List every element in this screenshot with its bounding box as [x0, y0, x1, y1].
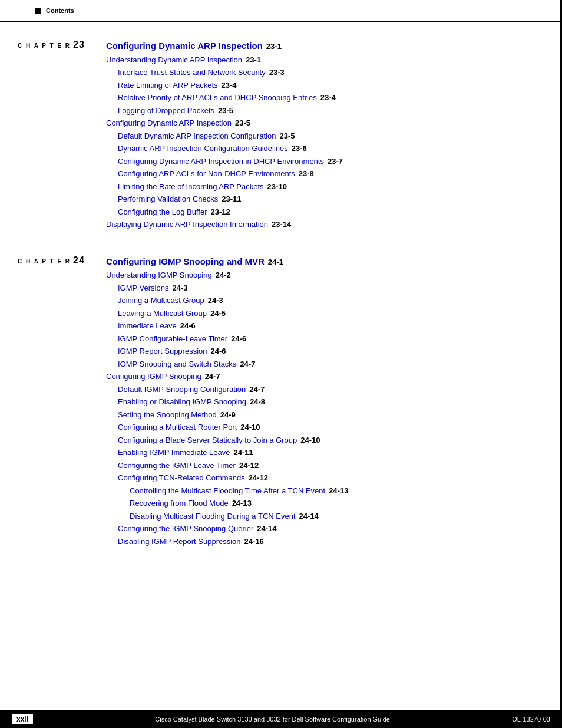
toc-link[interactable]: Configuring the IGMP Leave Timer — [118, 460, 236, 472]
toc-link[interactable]: Limiting the Rate of Incoming ARP Packet… — [118, 181, 264, 193]
toc-item: Configuring TCN-Related Commands24-12 — [106, 472, 527, 484]
toc-link[interactable]: Configuring the IGMP Snooping Querier — [118, 523, 253, 535]
chapter-24-title-link[interactable]: Configuring IGMP Snooping and MVR — [106, 255, 265, 269]
toc-link[interactable]: IGMP Versions — [118, 282, 168, 294]
toc-item: Configuring Dynamic ARP Inspection23-5 — [106, 117, 527, 129]
toc-item: Default Dynamic ARP Inspection Configura… — [106, 130, 527, 142]
chapter-23-content: Configuring Dynamic ARP Inspection 23-1 … — [106, 39, 562, 232]
toc-page: 23-4 — [222, 80, 237, 91]
toc-link[interactable]: Configuring the Log Buffer — [118, 206, 207, 218]
toc-page: 24-5 — [210, 308, 226, 319]
chapter-24-block: C H A P T E R 24 Configuring IGMP Snoopi… — [0, 255, 562, 549]
toc-link[interactable]: Configuring a Multicast Router Port — [118, 421, 237, 433]
toc-link[interactable]: Configuring TCN-Related Commands — [118, 472, 245, 484]
toc-link[interactable]: Configuring a Blade Server Statically to… — [118, 434, 297, 446]
toc-link[interactable]: Disabling IGMP Report Suppression — [118, 536, 241, 548]
toc-item: Configuring ARP ACLs for Non-DHCP Enviro… — [106, 168, 527, 180]
toc-page: 24-7 — [205, 371, 220, 383]
chapter-23-sidebar: C H A P T E R 23 — [0, 39, 106, 232]
chapter-24-title-item: Configuring IGMP Snooping and MVR 24-1 — [106, 255, 527, 269]
toc-page: 24-6 — [231, 333, 246, 345]
chapter-23-title-link[interactable]: Configuring Dynamic ARP Inspection — [106, 39, 263, 53]
toc-link[interactable]: Configuring Dynamic ARP Inspection — [106, 117, 232, 129]
toc-page: 24-3 — [172, 282, 187, 294]
toc-link[interactable]: Understanding IGMP Snooping — [106, 269, 212, 281]
toc-link[interactable]: Dynamic ARP Inspection Configuration Gui… — [118, 143, 288, 154]
toc-item: Understanding Dynamic ARP Inspection23-1 — [106, 54, 527, 66]
right-border — [560, 0, 562, 728]
toc-item: Enabling IGMP Immediate Leave24-11 — [106, 447, 527, 459]
toc-page: 24-12 — [239, 460, 259, 472]
toc-link[interactable]: Configuring ARP ACLs for Non-DHCP Enviro… — [118, 168, 295, 180]
toc-page: 23-5 — [280, 130, 295, 142]
header: Contents — [0, 0, 562, 22]
toc-link[interactable]: IGMP Configurable-Leave Timer — [118, 333, 227, 345]
toc-page: 23-12 — [211, 206, 230, 218]
toc-item: Disabling Multicast Flooding During a TC… — [106, 510, 527, 522]
toc-page: 23-4 — [320, 92, 336, 104]
toc-link[interactable]: Configuring IGMP Snooping — [106, 371, 201, 383]
chapter-24-items: Understanding IGMP Snooping24-2IGMP Vers… — [106, 269, 527, 547]
toc-item: Relative Priority of ARP ACLs and DHCP S… — [106, 92, 527, 104]
chapter-23-block: C H A P T E R 23 Configuring Dynamic ARP… — [0, 39, 562, 232]
toc-link[interactable]: Interface Trust States and Network Secur… — [118, 67, 266, 78]
chapter-word-24: C H A P T E R — [18, 258, 71, 265]
toc-link[interactable]: Default Dynamic ARP Inspection Configura… — [118, 130, 276, 142]
header-label: Contents — [46, 7, 74, 14]
toc-page: 24-7 — [240, 358, 255, 370]
toc-item: Configuring the IGMP Snooping Querier24-… — [106, 523, 527, 535]
toc-item: Performing Validation Checks23-11 — [106, 193, 527, 205]
toc-link[interactable]: Performing Validation Checks — [118, 193, 218, 205]
toc-link[interactable]: Disabling Multicast Flooding During a TC… — [130, 510, 296, 522]
toc-link[interactable]: Controlling the Multicast Flooding Time … — [130, 485, 325, 497]
toc-link[interactable]: Logging of Dropped Packets — [118, 105, 214, 117]
toc-link[interactable]: Enabling IGMP Immediate Leave — [118, 447, 230, 459]
toc-page: 24-16 — [244, 536, 264, 548]
toc-link[interactable]: Setting the Snooping Method — [118, 409, 217, 421]
toc-link[interactable]: Joining a Multicast Group — [118, 295, 204, 307]
toc-link[interactable]: Recovering from Flood Mode — [130, 498, 229, 509]
toc-item: Logging of Dropped Packets23-5 — [106, 105, 527, 117]
toc-item: Dynamic ARP Inspection Configuration Gui… — [106, 143, 527, 154]
toc-page: 23-5 — [218, 105, 233, 117]
toc-link[interactable]: Rate Limiting of ARP Packets — [118, 80, 218, 91]
header-icon — [35, 8, 41, 14]
toc-page: 24-8 — [250, 396, 265, 408]
toc-link[interactable]: Understanding Dynamic ARP Inspection — [106, 54, 242, 66]
footer-text: Cisco Catalyst Blade Switch 3130 and 303… — [155, 716, 390, 723]
toc-item: Configuring a Multicast Router Port24-10 — [106, 421, 527, 433]
toc-link[interactable]: IGMP Report Suppression — [118, 345, 207, 357]
toc-item: Displaying Dynamic ARP Inspection Inform… — [106, 219, 527, 230]
toc-item: Limiting the Rate of Incoming ARP Packet… — [106, 181, 527, 193]
toc-page: 23-3 — [269, 67, 285, 78]
toc-page: 24-6 — [180, 320, 196, 332]
chapter-23-label: C H A P T E R 23 — [18, 39, 100, 50]
toc-link[interactable]: Default IGMP Snooping Configuration — [118, 384, 246, 396]
toc-link[interactable]: Displaying Dynamic ARP Inspection Inform… — [106, 219, 268, 230]
chapter-24-content: Configuring IGMP Snooping and MVR 24-1 U… — [106, 255, 562, 549]
toc-page: 24-10 — [300, 434, 320, 446]
chapter-24-label: C H A P T E R 24 — [18, 255, 100, 266]
toc-page: 24-12 — [249, 472, 268, 484]
toc-link[interactable]: Leaving a Multicast Group — [118, 308, 207, 319]
chapter-num-24: 24 — [73, 255, 85, 266]
footer-page-num: xxii — [12, 714, 33, 724]
toc-link[interactable]: Immediate Leave — [118, 320, 177, 332]
toc-page: 23-7 — [328, 156, 343, 167]
chapter-word-23: C H A P T E R — [18, 42, 71, 49]
toc-link[interactable]: IGMP Snooping and Switch Stacks — [118, 358, 236, 370]
footer-doc-num: OL-13270-03 — [512, 716, 550, 723]
toc-link[interactable]: Enabling or Disabling IGMP Snooping — [118, 396, 246, 408]
toc-link[interactable]: Configuring Dynamic ARP Inspection in DH… — [118, 156, 324, 167]
main-content: C H A P T E R 23 Configuring Dynamic ARP… — [0, 22, 562, 619]
toc-page: 24-2 — [216, 269, 231, 281]
toc-page: 23-11 — [222, 193, 241, 205]
toc-item: Configuring Dynamic ARP Inspection in DH… — [106, 156, 527, 167]
toc-link[interactable]: Relative Priority of ARP ACLs and DHCP S… — [118, 92, 317, 104]
chapter-num-23: 23 — [73, 39, 85, 50]
page: Contents C H A P T E R 23 Configuring Dy… — [0, 0, 562, 728]
toc-item: Controlling the Multicast Flooding Time … — [106, 485, 527, 497]
chapter-23-title-item: Configuring Dynamic ARP Inspection 23-1 — [106, 39, 527, 53]
chapter-23-title-page: 23-1 — [266, 41, 282, 52]
toc-page: 24-14 — [299, 510, 319, 522]
